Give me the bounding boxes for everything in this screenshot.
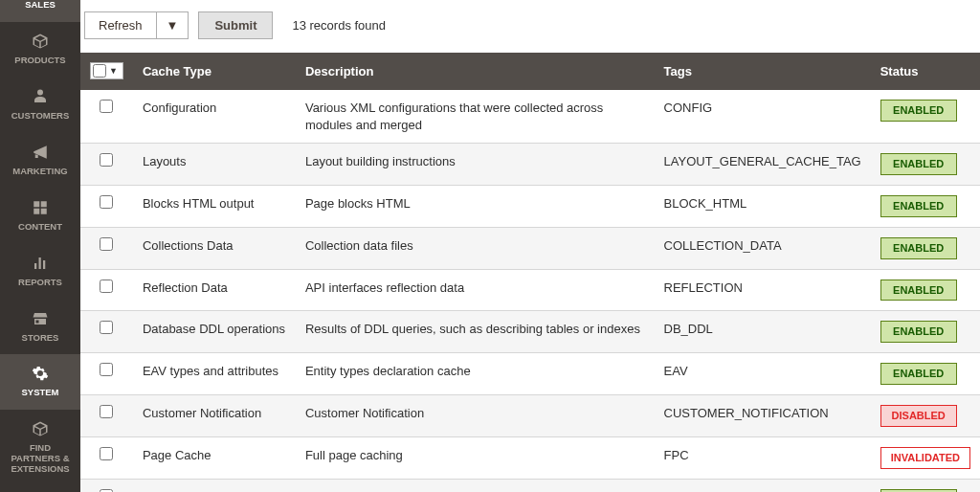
row-checkbox[interactable] [100, 363, 113, 376]
submit-button[interactable]: Submit [198, 11, 273, 39]
sidebar-item-reports[interactable]: REPORTS [0, 244, 80, 300]
records-found: 13 records found [292, 18, 386, 33]
sidebar-item-content[interactable]: CONTENT [0, 189, 80, 244]
sidebar-item-label: STORES [22, 333, 59, 344]
row-checkbox[interactable] [100, 100, 113, 113]
cell-cache-type: Blocks HTML output [133, 185, 296, 227]
cell-status: ENABLED [871, 90, 980, 144]
cell-cache-type: Layouts [133, 144, 296, 186]
cell-tags: LAYOUT_GENERAL_CACHE_TAG [655, 144, 871, 186]
row-checkbox[interactable] [100, 447, 113, 460]
sidebar-item-label: REPORTS [18, 278, 62, 288]
status-badge: ENABLED [880, 321, 957, 343]
row-select-cell [80, 90, 133, 144]
status-badge: ENABLED [880, 100, 957, 122]
sidebar-item-label: FIND PARTNERS & EXTENSIONS [4, 443, 77, 475]
row-checkbox[interactable] [100, 237, 113, 251]
sidebar-item-partners[interactable]: FIND PARTNERS & EXTENSIONS [0, 410, 80, 486]
system-icon [31, 364, 50, 383]
header-status[interactable]: Status [871, 53, 980, 90]
table-row: Collections DataCollection data filesCOL… [80, 227, 980, 269]
row-select-cell [80, 353, 133, 395]
row-select-cell [80, 227, 133, 269]
cell-status: ENABLED [871, 269, 980, 311]
customers-icon [31, 87, 50, 106]
partners-icon [31, 419, 50, 438]
cell-cache-type: Reflection Data [133, 269, 296, 311]
cell-status: ENABLED [871, 353, 980, 395]
row-checkbox[interactable] [100, 405, 113, 418]
mass-action-select: Refresh ▼ [84, 11, 189, 39]
cell-status: ENABLED [871, 144, 980, 186]
stores-icon [31, 309, 50, 328]
status-badge: ENABLED [880, 195, 957, 217]
reports-icon [31, 254, 50, 273]
cell-description: Results of DDL queries, such as describi… [296, 311, 655, 353]
row-checkbox[interactable] [100, 153, 113, 167]
cell-cache-type: Configuration [133, 90, 296, 144]
cell-tags: BLOCK_HTML [655, 185, 871, 227]
table-row: Customer NotificationCustomer Notificati… [80, 395, 980, 437]
cell-status: ENABLED [871, 479, 980, 492]
table-row: Integrations ConfigurationIntegration co… [80, 479, 980, 492]
cell-status: ENABLED [871, 227, 980, 269]
table-row: EAV types and attributesEntity types dec… [80, 353, 980, 395]
admin-sidebar: SALESPRODUCTSCUSTOMERSMARKETINGCONTENTRE… [0, 0, 80, 492]
cell-tags: FPC [655, 437, 871, 480]
cell-cache-type: Page Cache [133, 437, 296, 480]
cell-description: Page blocks HTML [296, 185, 655, 227]
sidebar-item-marketing[interactable]: MARKETING [0, 133, 80, 189]
marketing-icon [31, 143, 50, 162]
row-checkbox[interactable] [100, 321, 113, 334]
cell-cache-type: EAV types and attributes [133, 353, 296, 395]
cell-description: Various XML configurations that were col… [296, 90, 655, 144]
status-badge: ENABLED [880, 280, 957, 302]
cell-description: Full page caching [296, 437, 655, 480]
header-select-all-col: ▼ [80, 53, 133, 90]
sidebar-item-label: SALES [25, 0, 56, 11]
cell-description: API interfaces reflection data [296, 269, 655, 311]
cell-tags: EAV [655, 353, 871, 395]
select-all-dropdown-toggle[interactable]: ▼ [106, 66, 121, 76]
toolbar: Refresh ▼ Submit 13 records found [80, 0, 980, 53]
refresh-button[interactable]: Refresh [84, 11, 157, 39]
status-badge: ENABLED [880, 153, 957, 175]
header-description[interactable]: Description [296, 53, 655, 90]
row-select-cell [80, 269, 133, 311]
cell-cache-type: Collections Data [133, 227, 296, 269]
sidebar-item-system[interactable]: SYSTEM [0, 354, 80, 410]
select-all-checkbox[interactable] [93, 64, 106, 78]
header-cache-type[interactable]: Cache Type [133, 53, 296, 90]
status-badge: INVALIDATED [880, 447, 970, 469]
mass-action-dropdown-toggle[interactable]: ▼ [157, 11, 189, 39]
row-select-cell [80, 144, 133, 186]
cell-cache-type: Database DDL operations [133, 311, 296, 353]
cell-description: Layout building instructions [296, 144, 655, 186]
sidebar-item-products[interactable]: PRODUCTS [0, 22, 80, 78]
sidebar-item-label: MARKETING [12, 167, 68, 177]
cell-tags: INTEGRATION [655, 479, 871, 492]
content-icon [31, 198, 50, 217]
row-checkbox[interactable] [100, 280, 113, 293]
table-row: Database DDL operationsResults of DDL qu… [80, 311, 980, 353]
sidebar-item-customers[interactable]: CUSTOMERS [0, 78, 80, 133]
cell-tags: DB_DDL [655, 311, 871, 353]
sidebar-item-sales[interactable]: SALES [0, 0, 80, 22]
cell-status: ENABLED [871, 185, 980, 227]
row-select-cell [80, 185, 133, 227]
row-checkbox[interactable] [100, 195, 113, 209]
cell-status: ENABLED [871, 311, 980, 353]
sidebar-item-label: SYSTEM [21, 388, 58, 398]
header-tags[interactable]: Tags [655, 53, 871, 90]
cell-tags: REFLECTION [655, 269, 871, 311]
sidebar-item-label: CUSTOMERS [11, 111, 70, 122]
cell-tags: CUSTOMER_NOTIFICATION [655, 395, 871, 437]
cell-cache-type: Customer Notification [133, 395, 296, 437]
cache-table: ▼ Cache Type Description Tags Status Con… [80, 53, 980, 492]
row-select-cell [80, 311, 133, 353]
cell-tags: COLLECTION_DATA [655, 227, 871, 269]
cell-status: DISABLED [871, 395, 980, 437]
status-badge: ENABLED [880, 363, 957, 385]
sidebar-item-stores[interactable]: STORES [0, 300, 80, 355]
cell-description: Integration configuration file [296, 479, 655, 492]
